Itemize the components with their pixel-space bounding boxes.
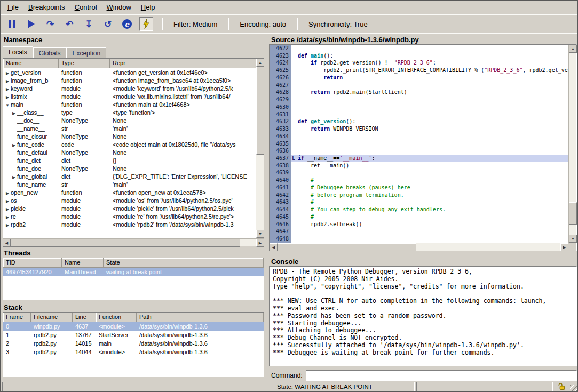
expand-icon[interactable]: ▶	[4, 95, 11, 100]
table-row[interactable]: func_docNoneTypeNone	[3, 164, 264, 172]
menu-item-breakpoints[interactable]: Breakpoints	[23, 1, 70, 14]
console-output[interactable]: RPDB - The Remote Python Debugger, versi…	[269, 266, 577, 366]
column-header-frame[interactable]: Frame	[3, 313, 31, 322]
code-line[interactable]: 4624 if rpdb2.get_version() != "RPDB_2_3…	[270, 59, 568, 67]
column-header-state[interactable]: State	[104, 258, 264, 268]
code-line[interactable]: 4640 #	[270, 177, 568, 184]
code-line[interactable]: 4635	[270, 140, 568, 148]
scrollbar-thumb[interactable]	[11, 239, 240, 247]
code-line[interactable]: 4641 # Debuggee breaks (pauses) here	[270, 184, 568, 191]
expand-icon[interactable]: ▶	[11, 111, 17, 116]
table-row[interactable]: func_closurNoneTypeNone	[3, 132, 264, 140]
expand-icon[interactable]: ▶	[4, 71, 11, 76]
scrollbar-thumb[interactable]	[278, 243, 416, 251]
code-line[interactable]: 4636	[270, 147, 568, 155]
expand-icon[interactable]: ▶	[4, 199, 11, 204]
table-row[interactable]: 3rpdb2.py14044<module>/data/sys/bin/winp…	[3, 348, 264, 356]
source-vertical-scrollbar[interactable]: ▲ ▼	[568, 45, 576, 243]
table-row[interactable]: ▶osmodule<module 'os' from '/usr/lib64/p…	[3, 196, 264, 204]
code-line[interactable]: 4628 return rpdb2.main(StartClient)	[270, 89, 568, 96]
code-line[interactable]: 4622	[270, 45, 568, 52]
command-input[interactable]	[306, 370, 577, 381]
code-line[interactable]: 4631	[270, 111, 568, 118]
expand-icon[interactable]: ▶	[4, 191, 11, 196]
column-header-name[interactable]: Name	[3, 59, 59, 68]
column-header-tid[interactable]: TID	[3, 258, 62, 268]
step-into-button[interactable]: ↶	[62, 17, 76, 31]
table-row[interactable]: 46974534127920MainThreadwaiting at break…	[3, 268, 264, 276]
column-header-type[interactable]: Type	[59, 59, 110, 68]
expand-icon[interactable]: ▶	[4, 207, 11, 212]
column-header-filename[interactable]: Filename	[31, 313, 73, 322]
source-code-view[interactable]: 46224623def main():4624 if rpdb2.get_ver…	[270, 45, 568, 243]
expand-icon[interactable]: ▶	[11, 143, 17, 148]
tab-locals[interactable]: Locals	[3, 46, 33, 58]
code-line[interactable]: 4642 # before program termination.	[270, 191, 568, 199]
menu-item-window[interactable]: Window	[102, 1, 136, 14]
scroll-right-button[interactable]: ▶	[256, 239, 264, 247]
table-row[interactable]: ▶image_from_bfunction<function image_fro…	[3, 76, 264, 84]
code-line[interactable]: 4625 rpdb2._print(STR_ERROR_INTERFACE_CO…	[270, 67, 568, 74]
table-row[interactable]: ▶func_globaldict{'DLG_EXPR_TITLE': 'Ente…	[3, 172, 264, 180]
expand-icon[interactable]: ▶	[11, 175, 17, 180]
table-row[interactable]: ▼mainfunction<function main at 0x1ef4668…	[3, 100, 264, 108]
source-horizontal-scrollbar[interactable]: ◀ ▶	[270, 243, 568, 251]
return-button[interactable]: ↺	[101, 17, 115, 31]
code-line[interactable]: 4630	[270, 103, 568, 111]
column-header-function[interactable]: Function	[96, 313, 137, 322]
table-row[interactable]: func_dictdict{}	[3, 156, 264, 164]
step-out-button[interactable]: ↧	[82, 17, 96, 31]
table-row[interactable]: ▶listmixmodule<module 'wx.lib.mixins.lis…	[3, 92, 264, 100]
table-row[interactable]: func_defaulNoneTypeNone	[3, 148, 264, 156]
scroll-left-button[interactable]: ◀	[3, 239, 11, 247]
menu-item-control[interactable]: Control	[70, 1, 102, 14]
table-row[interactable]: ▶func_codecode<code object main at 0x180…	[3, 140, 264, 148]
column-header-repr[interactable]: Repr	[110, 59, 264, 68]
step-over-button[interactable]: ↷	[43, 17, 57, 31]
scroll-down-button[interactable]: ▼	[256, 230, 264, 238]
scroll-down-button[interactable]: ▼	[569, 235, 577, 243]
namespace-vertical-scrollbar[interactable]: ▲ ▼	[256, 59, 264, 238]
table-row[interactable]: 0winpdb.py4637<module>/data/sys/bin/winp…	[3, 322, 264, 331]
code-line[interactable]: 4644 # You can step to debug any exit ha…	[270, 206, 568, 213]
table-row[interactable]: 1rpdb2.py13767StartServer/data/sys/bin/w…	[3, 331, 264, 339]
code-line[interactable]: 4632def get_version():	[270, 118, 568, 125]
code-line[interactable]: 4634	[270, 133, 568, 140]
expand-icon[interactable]: ▶	[4, 223, 11, 228]
table-row[interactable]: 2rpdb2.py14015main/data/sys/bin/winpdb-1…	[3, 339, 264, 348]
table-row[interactable]: ▶rpdb2module<module 'rpdb2' from '/data/…	[3, 220, 264, 228]
resize-grip[interactable]	[570, 385, 577, 391]
break-button[interactable]	[5, 17, 19, 31]
expand-icon[interactable]: ▶	[4, 87, 11, 92]
scroll-left-button[interactable]: ◀	[270, 243, 278, 251]
code-line[interactable]: 4626 return	[270, 74, 568, 82]
scrollbar-thumb[interactable]	[256, 67, 264, 155]
code-line[interactable]: 4623def main():	[270, 52, 568, 60]
code-line[interactable]: 4633 return WINPDB_VERSION	[270, 125, 568, 133]
code-line[interactable]: 4647	[270, 228, 568, 235]
menu-item-help[interactable]: Help	[136, 1, 160, 14]
tab-globals[interactable]: Globals	[33, 47, 67, 58]
scroll-up-button[interactable]: ▲	[256, 59, 264, 67]
column-header-name[interactable]: Name	[62, 258, 104, 268]
column-header-line[interactable]: Line	[73, 313, 96, 322]
code-line[interactable]: 4645 #	[270, 213, 568, 221]
tab-exception[interactable]: Exception	[66, 47, 106, 58]
table-row[interactable]: __name__str'main'	[3, 124, 264, 132]
synchronicity-toggle[interactable]	[139, 17, 153, 31]
table-row[interactable]: ▶open_newfunction<function open_new at 0…	[3, 188, 264, 196]
encoding-button[interactable]: e	[120, 17, 134, 31]
table-row[interactable]: ▶get_versionfunction<function get_versio…	[3, 68, 264, 76]
menu-item-file[interactable]: File	[3, 1, 23, 14]
go-button[interactable]	[24, 17, 38, 31]
code-line[interactable]: 4648	[270, 235, 568, 243]
column-header-path[interactable]: Path	[137, 313, 264, 322]
code-line[interactable]: 4637Lif __name__=='__main__':	[270, 155, 568, 162]
code-line[interactable]: 4627	[270, 82, 568, 89]
scroll-up-button[interactable]: ▲	[569, 45, 577, 53]
code-line[interactable]: 4643 #	[270, 198, 568, 206]
table-row[interactable]: ▶picklemodule<module 'pickle' from '/usr…	[3, 204, 264, 212]
code-line[interactable]: 4638 ret = main()	[270, 162, 568, 170]
table-row[interactable]: ▶__class__type<type 'function'>	[3, 108, 264, 116]
collapse-icon[interactable]: ▼	[4, 103, 11, 108]
